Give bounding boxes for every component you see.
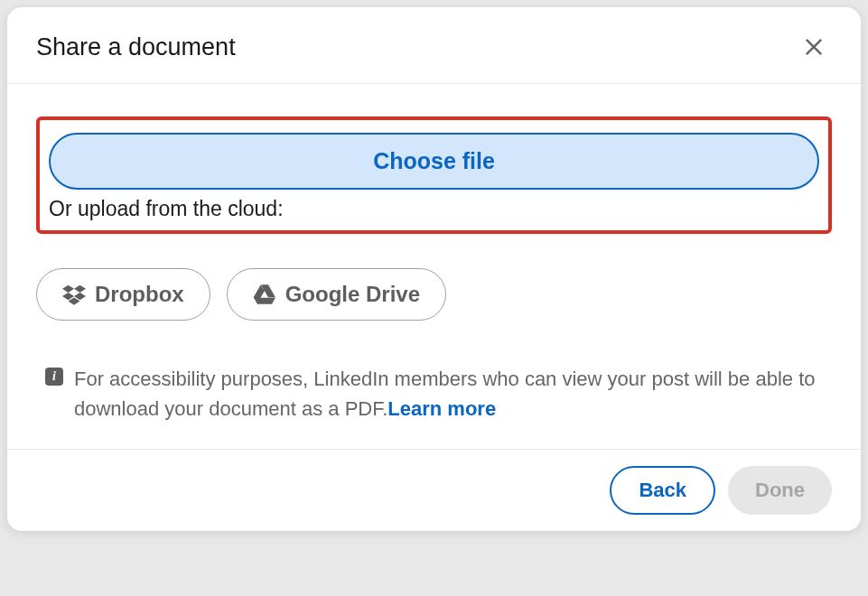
share-document-modal: Share a document Choose file Or upload f…	[7, 7, 861, 531]
modal-footer: Back Done	[7, 449, 861, 531]
close-button[interactable]	[796, 29, 832, 65]
dropbox-label: Dropbox	[95, 282, 184, 307]
upload-highlight-box: Choose file Or upload from the cloud:	[36, 116, 832, 234]
google-drive-button[interactable]: Google Drive	[227, 268, 446, 321]
dropbox-button[interactable]: Dropbox	[36, 268, 210, 321]
modal-title: Share a document	[36, 33, 236, 61]
cloud-upload-label: Or upload from the cloud:	[49, 197, 819, 221]
google-drive-icon	[253, 283, 276, 306]
learn-more-link[interactable]: Learn more	[387, 397, 496, 420]
choose-file-button[interactable]: Choose file	[49, 133, 819, 190]
info-text-container: For accessibility purposes, LinkedIn mem…	[74, 364, 823, 424]
modal-header: Share a document	[7, 7, 861, 84]
close-icon	[801, 34, 826, 60]
modal-body: Choose file Or upload from the cloud: Dr…	[7, 84, 861, 449]
google-drive-label: Google Drive	[285, 282, 420, 307]
cloud-provider-row: Dropbox Google Drive	[36, 268, 832, 321]
info-icon: i	[45, 368, 63, 386]
accessibility-info: i For accessibility purposes, LinkedIn m…	[36, 364, 832, 424]
dropbox-icon	[62, 283, 86, 306]
done-button: Done	[728, 466, 832, 515]
back-button[interactable]: Back	[610, 466, 715, 515]
